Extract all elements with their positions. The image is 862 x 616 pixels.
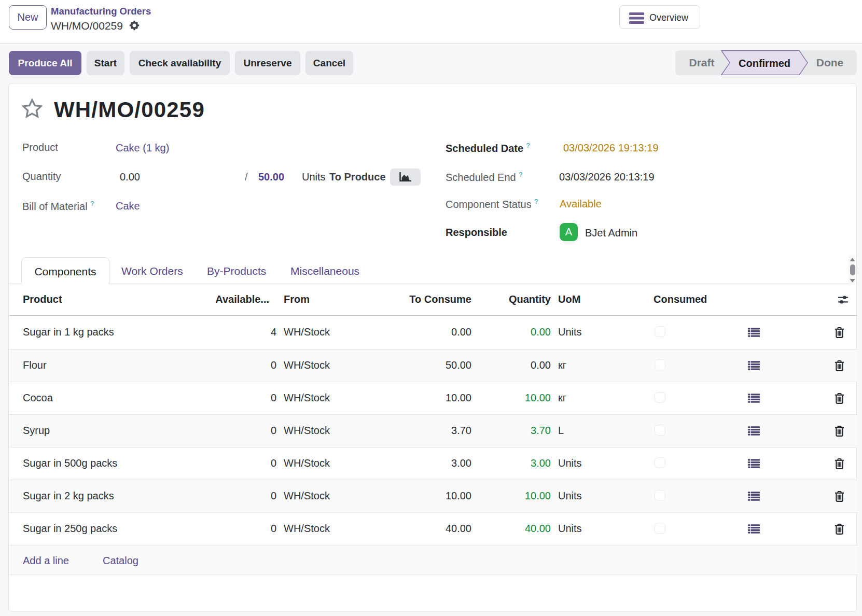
svg-text:Confirmed: Confirmed xyxy=(739,58,790,69)
